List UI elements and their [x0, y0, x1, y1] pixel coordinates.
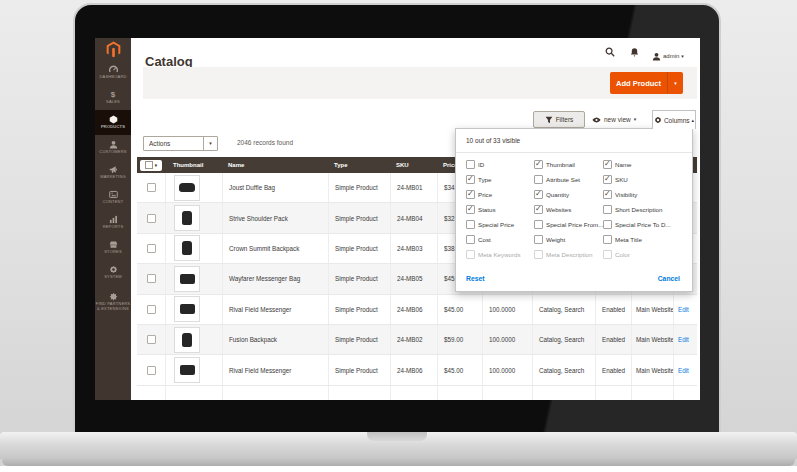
megaphone-icon — [109, 165, 118, 174]
column-option-thumbnail[interactable]: Thumbnail — [534, 160, 603, 169]
add-product-button[interactable]: Add Product ▾ — [610, 72, 683, 94]
checkbox[interactable] — [603, 160, 612, 169]
edit-link[interactable]: Edit — [673, 325, 697, 354]
search-icon[interactable] — [605, 47, 615, 57]
checkbox[interactable] — [603, 175, 612, 184]
magento-logo-icon[interactable] — [95, 38, 131, 60]
column-option-weight[interactable]: Weight — [534, 235, 603, 244]
sidebar-item-dashboard[interactable]: DASHBOARD — [95, 60, 131, 85]
column-option-special-price[interactable]: Special Price — [466, 220, 534, 229]
columns-button[interactable]: Columns ▴ — [652, 110, 696, 129]
checkbox[interactable] — [466, 220, 475, 229]
checkbox[interactable] — [534, 235, 543, 244]
sidebar-item-reports[interactable]: REPORTS — [95, 210, 131, 235]
column-option-price[interactable]: Price — [466, 190, 534, 199]
select-all-control[interactable]: ▾ — [140, 160, 162, 171]
sidebar-item-products[interactable]: PRODUCTS — [95, 110, 131, 135]
column-option-color[interactable]: Color — [603, 250, 684, 259]
checkbox[interactable] — [603, 190, 612, 199]
checkbox[interactable] — [466, 160, 475, 169]
column-option-meta-description[interactable]: Meta Description — [534, 250, 603, 259]
admin-account-menu[interactable]: admin ▾ — [652, 47, 684, 65]
product-thumbnail — [174, 327, 200, 353]
select-all-checkbox[interactable] — [145, 161, 153, 169]
column-option-special-price-from[interactable]: Special Price From... — [534, 220, 603, 229]
column-option-name[interactable]: Name — [603, 160, 684, 169]
table-row: Rival Field Messenger Simple Product 24-… — [137, 355, 697, 385]
checkbox[interactable] — [534, 160, 543, 169]
column-option-quantity[interactable]: Quantity — [534, 190, 603, 199]
checkbox[interactable] — [603, 235, 612, 244]
sales-icon: $ — [111, 90, 115, 99]
row-checkbox[interactable] — [147, 335, 156, 344]
checkbox[interactable] — [466, 250, 475, 259]
cell-sku: 24-MB06 — [390, 295, 437, 324]
table-row: Fusion Backpack Simple Product 24-MB02 $… — [137, 325, 697, 355]
checkbox[interactable] — [603, 205, 612, 214]
row-checkbox[interactable] — [147, 366, 156, 375]
checkbox[interactable] — [603, 250, 612, 259]
column-option-short-description[interactable]: Short Description — [603, 205, 684, 214]
checkbox[interactable] — [534, 190, 543, 199]
edit-link[interactable]: Edit — [673, 295, 697, 324]
cell-name: Strive Shoulder Pack — [222, 203, 328, 232]
cell-name: Fusion Backpack — [222, 325, 328, 354]
cell-type: Simple Product — [328, 234, 390, 263]
checkbox[interactable] — [534, 205, 543, 214]
filters-button[interactable]: Filters — [533, 111, 585, 128]
view-selector[interactable]: new view ▾ — [592, 111, 636, 128]
sidebar-item-content[interactable]: CONTENT — [95, 185, 131, 210]
col-header-thumbnail[interactable]: Thumbnail — [165, 157, 222, 173]
column-option-status[interactable]: Status — [466, 205, 534, 214]
row-checkbox[interactable] — [147, 305, 156, 314]
row-checkbox[interactable] — [147, 214, 156, 223]
sidebar-item-stores[interactable]: STORES — [95, 235, 131, 260]
column-option-meta-keywords[interactable]: Meta Keywords — [466, 250, 534, 259]
column-option-id[interactable]: ID — [466, 160, 534, 169]
column-option-meta-title[interactable]: Meta Title — [603, 235, 684, 244]
column-option-cost[interactable]: Cost — [466, 235, 534, 244]
sidebar-item-sales[interactable]: $ SALES — [95, 85, 131, 110]
col-header-sku[interactable]: SKU — [390, 157, 437, 173]
table-row: Rival Field Messenger Simple Product 24-… — [137, 295, 697, 325]
checkbox[interactable] — [534, 175, 543, 184]
cell-quantity: 100.0000 — [482, 295, 532, 324]
notifications-bell-icon[interactable] — [630, 47, 639, 57]
checkbox[interactable] — [466, 175, 475, 184]
cell-type: Simple Product — [328, 325, 390, 354]
row-checkbox[interactable] — [147, 244, 156, 253]
col-header-name[interactable]: Name — [222, 157, 328, 173]
column-option-visibility[interactable]: Visibility — [603, 190, 684, 199]
edit-link[interactable]: Edit — [673, 355, 697, 384]
checkbox[interactable] — [534, 220, 543, 229]
user-icon — [652, 47, 661, 65]
add-product-split-toggle[interactable]: ▾ — [667, 72, 683, 94]
reset-link[interactable]: Reset — [466, 275, 485, 282]
row-checkbox[interactable] — [147, 274, 156, 283]
cell-quantity: 100.0000 — [482, 325, 532, 354]
column-option-websites[interactable]: Websites — [534, 205, 603, 214]
sidebar-item-customers[interactable]: CUSTOMERS — [95, 135, 131, 160]
checkbox[interactable] — [534, 250, 543, 259]
sidebar-item-system[interactable]: SYSTEM — [95, 260, 131, 285]
cell-name: Crown Summit Backpack — [222, 234, 328, 263]
checkbox[interactable] — [603, 220, 612, 229]
sidebar-item-find-partners[interactable]: FIND PARTNERS & EXTENSIONS — [95, 285, 131, 319]
sidebar-item-marketing[interactable]: MARKETING — [95, 160, 131, 185]
column-option-sku[interactable]: SKU — [603, 175, 684, 184]
checkbox[interactable] — [466, 235, 475, 244]
col-header-type[interactable]: Type — [328, 157, 390, 173]
column-option-type[interactable]: Type — [466, 175, 534, 184]
product-thumbnail — [174, 205, 200, 231]
checkbox[interactable] — [466, 190, 475, 199]
column-option-special-price-to[interactable]: Special Price To D... — [603, 220, 684, 229]
actions-dropdown[interactable]: Actions ▾ — [143, 136, 218, 151]
cell-name: Rival Field Messenger — [222, 355, 328, 384]
checkbox[interactable] — [466, 205, 475, 214]
cancel-link[interactable]: Cancel — [658, 275, 680, 282]
chevron-up-icon: ▴ — [692, 118, 695, 123]
row-checkbox[interactable] — [147, 183, 156, 192]
cell-price: $59.00 — [437, 325, 482, 354]
column-option-attribute-set[interactable]: Attribute Set — [534, 175, 603, 184]
table-row-partial — [137, 386, 697, 400]
